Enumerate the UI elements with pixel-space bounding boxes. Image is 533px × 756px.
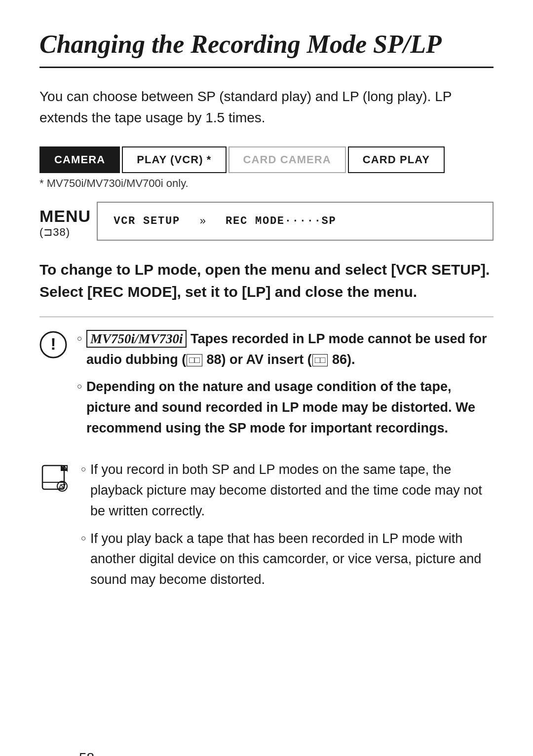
- note-item-1: ○ If you record in both SP and LP modes …: [81, 460, 494, 522]
- warning-item-1: ○ MV750i/MV730i Tapes recorded in LP mod…: [77, 329, 494, 370]
- menu-ref: (⊐38): [39, 226, 70, 239]
- instruction-text: To change to LP mode, open the menu and …: [39, 258, 494, 303]
- menu-label: MENU (⊐38): [39, 202, 97, 241]
- note-bullet-2: ○: [81, 532, 86, 545]
- menu-item-rec-mode: REC MODE·····SP: [210, 208, 352, 234]
- note-text-1: If you record in both SP and LP modes on…: [90, 460, 494, 522]
- warning-text-2: Depending on the nature and usage condit…: [86, 377, 494, 439]
- note-item-2: ○ If you play back a tape that has been …: [81, 529, 494, 591]
- note-text-2: If you play back a tape that has been re…: [90, 529, 494, 591]
- svg-text:!: !: [50, 334, 56, 353]
- mode-tabs: CAMERA PLAY (VCR) * CARD CAMERA CARD PLA…: [39, 146, 494, 173]
- tab-camera[interactable]: CAMERA: [39, 146, 120, 173]
- warning-item-2: ○ Depending on the nature and usage cond…: [77, 377, 494, 439]
- page-number: 58: [79, 750, 94, 756]
- note-bullet-1: ○: [81, 463, 86, 476]
- footnote: * MV750i/MV730i/MV700i only.: [39, 177, 494, 190]
- note-icon: [39, 462, 71, 493]
- tab-play-vcr[interactable]: PLAY (VCR) *: [122, 146, 226, 173]
- tab-card-camera: CARD CAMERA: [228, 146, 346, 173]
- warning-section: ! ○ MV750i/MV730i Tapes recorded in LP m…: [39, 329, 494, 446]
- intro-text: You can choose between SP (standard play…: [39, 86, 494, 129]
- warning-text-1: MV750i/MV730i Tapes recorded in LP mode …: [86, 329, 494, 370]
- page-title: Changing the Recording Mode SP/LP: [39, 30, 494, 68]
- bullet-2: ○: [77, 380, 82, 394]
- menu-arrow: »: [196, 215, 210, 227]
- note-content: ○ If you record in both SP and LP modes …: [81, 460, 494, 597]
- warning-icon: !: [39, 331, 67, 359]
- warning-content: ○ MV750i/MV730i Tapes recorded in LP mod…: [77, 329, 494, 446]
- tab-card-play[interactable]: CARD PLAY: [348, 146, 445, 173]
- note-section: ○ If you record in both SP and LP modes …: [39, 460, 494, 597]
- mv-badge: MV750i/MV730i: [86, 330, 187, 348]
- svg-line-5: [61, 485, 64, 488]
- menu-row: MENU (⊐38) VCR SETUP » REC MODE·····SP: [39, 202, 494, 241]
- menu-box: VCR SETUP » REC MODE·····SP: [97, 202, 494, 241]
- bullet-1: ○: [77, 332, 82, 346]
- divider: [39, 317, 494, 317]
- menu-item-vcr-setup: VCR SETUP: [98, 208, 196, 234]
